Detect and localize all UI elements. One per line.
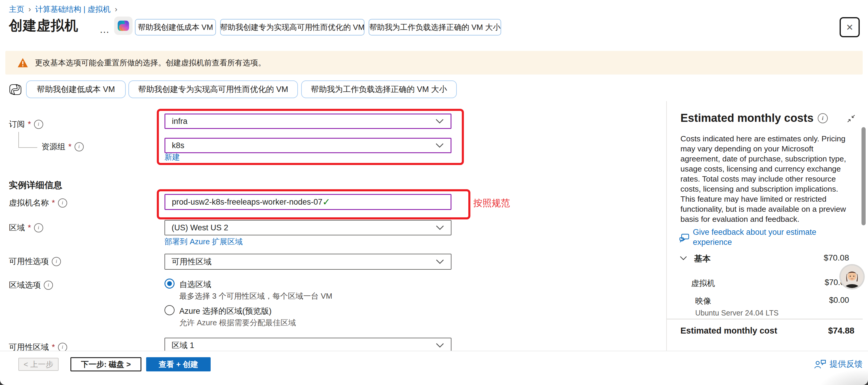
- availability-options-label: 可用性选项: [9, 256, 49, 267]
- zone-option-desc-self-select: 最多选择 3 个可用性区域，每个区域一台 VM: [179, 291, 332, 301]
- info-icon[interactable]: i: [52, 257, 61, 266]
- estimate-feedback-link[interactable]: Give feedback about your estimate experi…: [693, 227, 847, 247]
- availability-zone-dropdown[interactable]: 区域 1: [164, 338, 452, 351]
- copilot-suggestion-vm-size[interactable]: 帮助我为工作负载选择正确的 VM 大小: [301, 81, 457, 98]
- collapse-panel-icon[interactable]: [847, 114, 856, 123]
- required-asterisk: *: [68, 142, 71, 151]
- footer-divider: [0, 351, 868, 351]
- copilot-suggestion-high-availability[interactable]: 帮助我创建专为实现高可用性而优化的 VM: [220, 19, 365, 35]
- cost-row-label: 虚拟机: [691, 278, 715, 289]
- info-icon[interactable]: i: [58, 198, 67, 207]
- breadcrumb-separator-icon: ›: [28, 5, 31, 14]
- availability-zone-label-row: 可用性区域 * i: [9, 342, 67, 351]
- panel-divider: [666, 101, 667, 351]
- copilot-suggestion-low-cost[interactable]: 帮助我创建低成本 VM: [135, 19, 216, 35]
- vm-name-label: 虚拟机名称: [9, 197, 49, 208]
- instance-details-heading: 实例详细信息: [9, 179, 62, 191]
- warning-icon: [17, 58, 28, 68]
- cost-group-label[interactable]: 基本: [694, 253, 711, 264]
- next-disks-button[interactable]: 下一步: 磁盘 >: [70, 357, 142, 372]
- zone-option-label-self-select[interactable]: 自选区域: [179, 279, 211, 290]
- copilot-suggestion-high-availability[interactable]: 帮助我创建专为实现高可用性而优化的 VM: [128, 81, 298, 98]
- resource-group-dropdown[interactable]: k8s: [164, 138, 452, 153]
- info-icon[interactable]: i: [34, 223, 43, 232]
- vm-name-label-row: 虚拟机名称 * i: [9, 197, 67, 208]
- breadcrumb-section[interactable]: 计算基础结构 | 虚拟机: [35, 4, 111, 14]
- subscription-label-row: 订阅 * i: [9, 119, 43, 130]
- vm-name-annotation: 按照规范: [473, 197, 510, 210]
- availability-zone-value: 区域 1: [172, 340, 435, 351]
- cost-panel-title: Estimated monthly costs: [680, 112, 813, 125]
- required-asterisk: *: [52, 198, 55, 207]
- more-options-button[interactable]: …: [99, 24, 111, 35]
- zone-options-label: 区域选项: [9, 280, 41, 290]
- copilot-outline-icon[interactable]: [8, 82, 23, 97]
- chevron-down-icon: [435, 225, 444, 230]
- scrollbar-thumb[interactable]: [862, 127, 866, 225]
- avatar[interactable]: [841, 265, 863, 288]
- warning-text: 更改基本选项可能会重置所做的选择。创建虚拟机前查看所有选项。: [35, 58, 266, 68]
- region-value: (US) West US 2: [172, 223, 435, 232]
- cost-total-value: $74.88: [811, 326, 855, 335]
- zone-option-desc-azure-select: 允许 Azure 根据需要分配最佳区域: [179, 318, 296, 328]
- close-button[interactable]: ✕: [840, 17, 860, 37]
- subscription-label: 订阅: [9, 119, 25, 130]
- copilot-logo-icon: [117, 19, 130, 33]
- corner-shadow: [812, 366, 868, 385]
- cost-total-divider: [667, 319, 863, 319]
- info-icon[interactable]: i: [58, 343, 67, 351]
- availability-options-dropdown[interactable]: 可用性区域: [164, 254, 452, 270]
- resource-group-label-row: 资源组 * i: [41, 141, 84, 152]
- chevron-down-icon: [435, 259, 444, 264]
- chevron-down-icon: [435, 343, 444, 348]
- required-asterisk: *: [52, 343, 55, 351]
- create-vm-page: 主页 › 计算基础结构 | 虚拟机 › 创建虚拟机 … 帮助我创建低成本 VM …: [0, 0, 868, 385]
- create-new-resource-group-link[interactable]: 新建: [164, 152, 180, 162]
- zone-option-label-azure-select[interactable]: Azure 选择的区域(预览版): [179, 306, 272, 316]
- vm-name-input[interactable]: prod-usw2-k8s-freeleaps-worker-nodes-07 …: [164, 194, 452, 210]
- zone-option-radio-azure-select[interactable]: [164, 305, 175, 315]
- availability-options-value: 可用性区域: [172, 256, 435, 267]
- info-icon[interactable]: i: [34, 120, 43, 129]
- info-icon[interactable]: i: [44, 281, 53, 290]
- page-title: 创建虚拟机: [9, 17, 79, 35]
- region-dropdown[interactable]: (US) West US 2: [164, 220, 452, 235]
- previous-button[interactable]: < 上一步: [18, 358, 59, 371]
- resource-group-label: 资源组: [41, 141, 65, 152]
- copilot-suggestion-vm-size[interactable]: 帮助我为工作负载选择正确的 VM 大小: [369, 19, 501, 35]
- cost-row-label: 映像: [695, 296, 711, 306]
- review-create-button[interactable]: 查看 + 创建: [146, 357, 211, 372]
- subscription-dropdown[interactable]: infra: [164, 114, 452, 129]
- info-icon[interactable]: i: [74, 142, 84, 151]
- resource-group-value: k8s: [172, 141, 435, 150]
- required-asterisk: *: [28, 120, 31, 129]
- chevron-down-icon[interactable]: [680, 256, 687, 260]
- region-label: 区域: [9, 222, 25, 233]
- vm-name-value: prod-usw2-k8s-freeleaps-worker-nodes-07: [172, 197, 322, 207]
- region-label-row: 区域 * i: [9, 222, 43, 233]
- cost-row-value: $0.00: [812, 296, 849, 305]
- breadcrumb-separator-icon: ›: [115, 5, 118, 14]
- copilot-button[interactable]: [114, 17, 132, 35]
- cost-group-value: $70.08: [812, 253, 849, 263]
- valid-check-icon: ✓: [322, 196, 331, 207]
- warning-banner: 更改基本选项可能会重置所做的选择。创建虚拟机前查看所有选项。: [5, 51, 863, 74]
- availability-options-label-row: 可用性选项 i: [9, 256, 61, 267]
- cost-panel-description: Costs indicated here are estimates only.…: [680, 134, 851, 224]
- close-icon: ✕: [846, 22, 853, 33]
- cost-row-sublabel: Ubuntu Server 24.04 LTS: [695, 309, 779, 317]
- zone-options-label-row: 区域选项 i: [9, 280, 53, 290]
- clipped-row-container: 可用性区域 * i 区域 1: [0, 333, 663, 351]
- subscription-value: infra: [172, 117, 435, 126]
- info-icon[interactable]: i: [818, 113, 828, 123]
- cost-panel-title-row: Estimated monthly costs i: [680, 112, 828, 125]
- tree-connector: [18, 132, 37, 148]
- copilot-suggestion-low-cost[interactable]: 帮助我创建低成本 VM: [26, 81, 126, 98]
- avatar-image: [841, 265, 863, 288]
- extended-zone-link[interactable]: 部署到 Azure 扩展区域: [164, 236, 243, 247]
- availability-zone-label: 可用性区域: [9, 342, 49, 351]
- zone-option-radio-self-select[interactable]: [164, 279, 175, 289]
- breadcrumb-home[interactable]: 主页: [9, 4, 24, 14]
- required-asterisk: *: [28, 223, 31, 232]
- breadcrumb: 主页 › 计算基础结构 | 虚拟机 ›: [9, 4, 118, 14]
